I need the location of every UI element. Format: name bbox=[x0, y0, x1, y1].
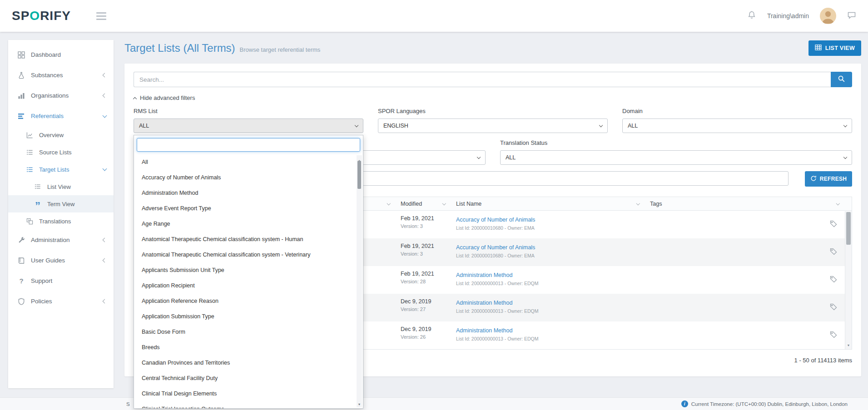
administration-icon bbox=[17, 237, 25, 244]
table-header-spacer bbox=[844, 197, 852, 210]
dropdown-option[interactable]: Anatomical Therapeutic Chemical classifi… bbox=[134, 232, 363, 247]
sidebar-item-term-view[interactable]: Term View bbox=[8, 195, 114, 212]
tag-icon[interactable] bbox=[830, 331, 837, 340]
sidebar-item-support[interactable]: ? Support bbox=[8, 271, 114, 291]
scrollbar-thumb[interactable] bbox=[846, 212, 851, 245]
dropdown-option[interactable]: Breeds bbox=[134, 340, 363, 355]
sort-chevron-icon[interactable] bbox=[387, 202, 390, 205]
chevron-down-icon bbox=[103, 113, 107, 118]
dropdown-option[interactable]: Adverse Event Report Type bbox=[134, 201, 363, 216]
list-view-button[interactable]: LIST VIEW bbox=[808, 40, 861, 56]
sidebar-item-referentials[interactable]: Referentials bbox=[8, 106, 114, 126]
table-grid-icon bbox=[815, 44, 822, 52]
refresh-button-label: REFRESH bbox=[820, 176, 847, 182]
list-name-link[interactable]: Administration Method bbox=[456, 327, 512, 334]
dropdown-search-input[interactable] bbox=[137, 138, 360, 152]
sidebar-item-target-lists[interactable]: Target Lists bbox=[8, 161, 114, 178]
refresh-button[interactable]: REFRESH bbox=[805, 171, 852, 187]
logo-text: SP bbox=[12, 9, 30, 23]
dropdown-option[interactable]: Application Submission Type bbox=[134, 309, 363, 324]
sidebar-item-user-guides[interactable]: User Guides bbox=[8, 250, 114, 271]
sidebar-item-administration[interactable]: Administration bbox=[8, 230, 114, 250]
translation-status-select[interactable]: ALL bbox=[500, 150, 852, 165]
app-logo[interactable]: SPORIFY bbox=[12, 9, 71, 23]
sort-chevron-icon[interactable] bbox=[636, 202, 640, 205]
sort-chevron-icon[interactable] bbox=[836, 202, 839, 205]
footer-timezone: Current Timezone: (UTC+00:00) Dublin, Ed… bbox=[681, 400, 848, 407]
row-tags-cell bbox=[645, 321, 844, 349]
search-button[interactable] bbox=[831, 72, 852, 87]
version-label: Version: 26 bbox=[401, 334, 445, 340]
dropdown-option[interactable]: All bbox=[134, 154, 363, 170]
dropdown-option[interactable]: Clinical Trial Design Elements bbox=[134, 386, 363, 401]
modified-date: Feb 19, 2021 bbox=[401, 243, 445, 249]
row-list-name-cell: Administration Method List Id: 200000000… bbox=[451, 266, 645, 294]
list-name-link[interactable]: Accuracy of Number of Animals bbox=[456, 217, 535, 223]
sidebar-item-translations[interactable]: Translations bbox=[8, 212, 114, 230]
spor-languages-select[interactable]: ENGLISH bbox=[378, 119, 608, 133]
sidebar-item-source-lists[interactable]: Source Lists bbox=[8, 143, 114, 161]
dropdown-option[interactable]: Application Recipient bbox=[134, 278, 363, 293]
tag-icon[interactable] bbox=[830, 303, 837, 312]
dropdown-option[interactable]: Clinical Trial Inspection Outcome bbox=[134, 401, 363, 409]
sidebar-item-list-view[interactable]: List View bbox=[8, 178, 114, 195]
sidebar-item-organisations[interactable]: Organisations bbox=[8, 85, 114, 106]
tag-icon[interactable] bbox=[830, 220, 837, 229]
chevron-down-icon bbox=[355, 123, 358, 127]
dropdown-option[interactable]: Administration Method bbox=[134, 185, 363, 201]
bell-icon[interactable] bbox=[747, 10, 756, 21]
sidebar-item-substances[interactable]: Substances bbox=[8, 65, 114, 85]
dropdown-option[interactable]: Anatomical Therapeutic Chemical classifi… bbox=[134, 247, 363, 262]
row-list-name-cell: Administration Method List Id: 200000000… bbox=[451, 321, 645, 349]
hide-advanced-filters-link[interactable]: Hide advanced filters bbox=[134, 94, 195, 101]
version-label: Version: 28 bbox=[401, 279, 445, 284]
row-tags-cell bbox=[645, 211, 844, 238]
list-name-link[interactable]: Administration Method bbox=[456, 300, 512, 306]
search-bar bbox=[134, 72, 852, 87]
search-icon bbox=[838, 75, 845, 84]
tag-icon[interactable] bbox=[830, 248, 837, 257]
scroll-down-arrow[interactable] bbox=[357, 399, 362, 407]
rms-list-select[interactable]: ALL bbox=[134, 119, 363, 133]
dropdown-option[interactable]: Basic Dose Form bbox=[134, 324, 363, 340]
chat-icon[interactable] bbox=[847, 10, 856, 21]
sidebar-item-label: Support bbox=[31, 277, 52, 284]
chevron-down-icon bbox=[477, 155, 481, 159]
tag-icon[interactable] bbox=[830, 276, 837, 285]
user-menu[interactable]: Training\admin bbox=[767, 12, 809, 20]
sidebar-item-overview[interactable]: Overview bbox=[8, 126, 114, 143]
dropdown-option[interactable]: Central Technical Facility Duty bbox=[134, 370, 363, 386]
search-input[interactable] bbox=[134, 72, 831, 87]
sidebar-item-policies[interactable]: Policies bbox=[8, 291, 114, 311]
avatar[interactable] bbox=[820, 8, 836, 24]
support-icon: ? bbox=[17, 277, 25, 285]
row-modified-cell: Feb 19, 2021 Version: 3 bbox=[395, 238, 451, 266]
table-header-modified[interactable]: Modified bbox=[395, 197, 451, 210]
scrollbar-thumb[interactable] bbox=[357, 161, 361, 189]
row-tags-cell bbox=[645, 266, 844, 294]
modified-date: Feb 19, 2021 bbox=[401, 215, 445, 222]
sidebar-item-dashboard[interactable]: Dashboard bbox=[8, 44, 114, 65]
table-header-tags[interactable]: Tags bbox=[645, 197, 844, 210]
version-label: Version: 3 bbox=[401, 251, 445, 257]
rms-list-dropdown: All Accuracy of Number of Animals Admini… bbox=[134, 135, 363, 409]
list-meta: List Id: 200000000013 - Owner: EDQM bbox=[456, 281, 639, 286]
scroll-down-arrow[interactable] bbox=[845, 340, 852, 348]
table-scrollbar[interactable] bbox=[845, 211, 852, 349]
dropdown-option[interactable]: Applicants Submission Unit Type bbox=[134, 262, 363, 278]
dropdown-scrollbar[interactable] bbox=[357, 155, 362, 407]
dropdown-option[interactable]: Age Range bbox=[134, 216, 363, 232]
sort-chevron-icon[interactable] bbox=[442, 202, 446, 205]
list-name-link[interactable]: Administration Method bbox=[456, 272, 512, 278]
list-name-link[interactable]: Accuracy of Number of Animals bbox=[456, 244, 535, 251]
domain-select[interactable]: ALL bbox=[622, 119, 852, 133]
translation-status-label: Translation Status bbox=[500, 139, 852, 146]
sidebar-item-label: Dashboard bbox=[31, 51, 61, 58]
dropdown-option[interactable]: Canadian Provinces and Territories bbox=[134, 355, 363, 370]
menu-toggle-icon[interactable] bbox=[96, 12, 106, 20]
dropdown-option[interactable]: Application Reference Reason bbox=[134, 293, 363, 309]
table-header-list-name[interactable]: List Name bbox=[451, 197, 645, 210]
translation-status-filter: Translation Status ALL bbox=[500, 139, 852, 165]
sidebar-item-label: Source Lists bbox=[39, 149, 72, 156]
dropdown-option[interactable]: Accuracy of Number of Animals bbox=[134, 170, 363, 185]
